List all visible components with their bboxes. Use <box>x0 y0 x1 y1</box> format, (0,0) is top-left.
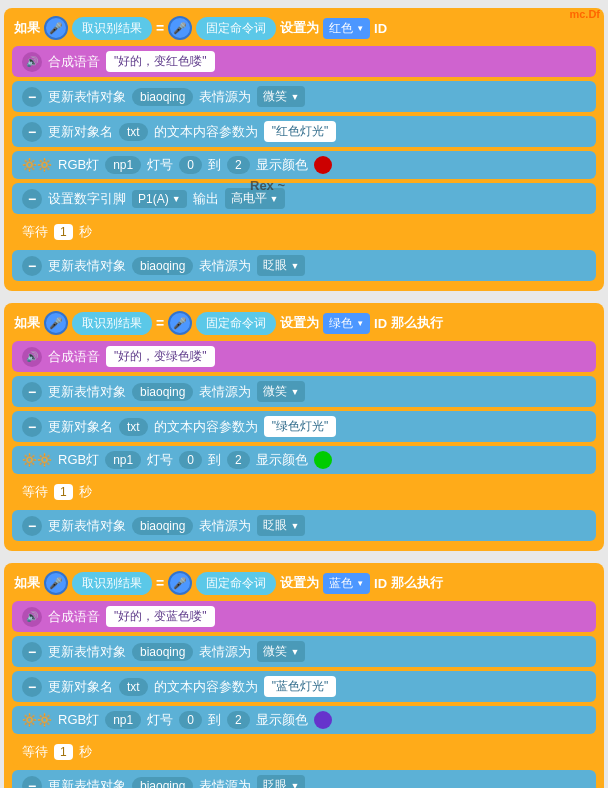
rgb-label3-red: 显示颜色 <box>256 156 308 174</box>
rgb-label2-green: 到 <box>208 451 221 469</box>
wait-suffix-green: 秒 <box>79 483 92 501</box>
emotion-value-blue-1: 微笑 <box>263 643 287 660</box>
if-header-red: 如果 🎤 取识别结果 = 🎤 固定命令词 设置为 红色 ▼ ID <box>8 12 600 44</box>
rgb-label1-green: 灯号 <box>147 451 173 469</box>
rgb-block-green: 🔆🔆 RGB灯 np1 灯号 0 到 2 显示颜色 <box>12 446 596 474</box>
rgb-label2-red: 到 <box>208 156 221 174</box>
rgb-label3-blue: 显示颜色 <box>256 711 308 729</box>
rgb-label1-blue: 灯号 <box>147 711 173 729</box>
var-pill-biaoqing-green-1: biaoqing <box>132 383 193 401</box>
emotion-dropdown-blue-1[interactable]: 微笑 ▼ <box>257 641 305 662</box>
emotion-dropdown-blue-2-arrow: ▼ <box>290 781 299 789</box>
color-dropdown-green[interactable]: 绿色 ▼ <box>323 313 370 334</box>
rgb-num1-blue: 0 <box>179 711 202 729</box>
update-mid-green-2: 的文本内容参数为 <box>154 418 258 436</box>
emotion-dropdown-blue-1-arrow: ▼ <box>290 647 299 657</box>
sound-block-blue: 🔊 合成语音 "好的，变蓝色喽" <box>12 601 596 632</box>
mic-button-red-left[interactable]: 🎤 <box>44 16 68 40</box>
emotion-value-green-2: 眨眼 <box>263 517 287 534</box>
update-text-red: − 更新对象名 txt 的文本内容参数为 "红色灯光" <box>12 116 596 147</box>
inner-blocks-green: 🔊 合成语音 "好的，变绿色喽" − 更新表情对象 biaoqing 表情源为 … <box>8 339 600 543</box>
minus-icon-green-3: − <box>22 516 42 536</box>
sound-content-blue: "好的，变蓝色喽" <box>106 606 215 627</box>
var-pill-biaoqing-green-2: biaoqing <box>132 517 193 535</box>
pin-dropdown-red[interactable]: P1(A) ▼ <box>132 190 187 208</box>
wait-num-green: 1 <box>54 484 73 500</box>
update-mid-blue-3: 表情源为 <box>199 777 251 789</box>
wait-prefix-red: 等待 <box>22 223 48 241</box>
rgb-icon-red: 🔆🔆 <box>22 158 52 172</box>
emotion-dropdown-green-1[interactable]: 微笑 ▼ <box>257 381 305 402</box>
var-pill-txt-red: txt <box>119 123 148 141</box>
mic-button-blue-right[interactable]: 🎤 <box>168 571 192 595</box>
update-expr-green-1: − 更新表情对象 biaoqing 表情源为 微笑 ▼ <box>12 376 596 407</box>
inner-blocks-blue: 🔊 合成语音 "好的，变蓝色喽" − 更新表情对象 biaoqing 表情源为 … <box>8 599 600 788</box>
set-label-green: 设置为 <box>280 314 319 332</box>
minus-icon-red-1: − <box>22 87 42 107</box>
rgb-block-red: 🔆🔆 RGB灯 np1 灯号 0 到 2 显示颜色 <box>12 151 596 179</box>
rgb-block-blue: 🔆🔆 RGB灯 np1 灯号 0 到 2 显示颜色 <box>12 706 596 734</box>
update-mid-blue-1: 表情源为 <box>199 643 251 661</box>
id-label-blue: ID <box>374 576 387 591</box>
sound-content-green: "好的，变绿色喽" <box>106 346 215 367</box>
color-dropdown-green-arrow: ▼ <box>356 319 364 328</box>
emotion-dropdown-green-1-arrow: ▼ <box>290 387 299 397</box>
update-mid-green-1: 表情源为 <box>199 383 251 401</box>
sound-label-green: 合成语音 <box>48 348 100 366</box>
var-pill-txt-blue: txt <box>119 678 148 696</box>
emotion-value-blue-2: 眨眼 <box>263 777 287 788</box>
id-label-green: ID <box>374 316 387 331</box>
update-expr-blue-2: − 更新表情对象 biaoqing 表情源为 眨眼 ▼ <box>12 770 596 788</box>
var-pill-biaoqing-blue-2: biaoqing <box>132 777 193 789</box>
emotion-dropdown-blue-2[interactable]: 眨眼 ▼ <box>257 775 305 788</box>
emotion-dropdown-red-1[interactable]: 微笑 ▼ <box>257 86 305 107</box>
update-prefix-blue-2: 更新对象名 <box>48 678 113 696</box>
minus-icon-blue-1: − <box>22 642 42 662</box>
var-pill-biaoqing-red-1: biaoqing <box>132 88 193 106</box>
update-mid-red-3: 表情源为 <box>199 257 251 275</box>
update-expr-red-1: − 更新表情对象 biaoqing 表情源为 微笑 ▼ <box>12 81 596 112</box>
rgb-label2-blue: 到 <box>208 711 221 729</box>
sound-icon-red: 🔊 <box>22 52 42 72</box>
update-mid-red-2: 的文本内容参数为 <box>154 123 258 141</box>
mic-button-blue-left[interactable]: 🎤 <box>44 571 68 595</box>
mic-button-green-right[interactable]: 🎤 <box>168 311 192 335</box>
if-block-blue: 如果 🎤 取识别结果 = 🎤 固定命令词 设置为 蓝色 ▼ ID 那么执行 🔊 … <box>4 563 604 788</box>
color-dot-red <box>314 156 332 174</box>
rgb-num1-green: 0 <box>179 451 202 469</box>
update-text-green: − 更新对象名 txt 的文本内容参数为 "绿色灯光" <box>12 411 596 442</box>
mic-button-green-left[interactable]: 🎤 <box>44 311 68 335</box>
if-label-blue: 如果 <box>14 574 40 592</box>
eq-label-red: = <box>156 20 164 36</box>
logo-area: mc.Df <box>569 8 600 20</box>
sound-block-green: 🔊 合成语音 "好的，变绿色喽" <box>12 341 596 372</box>
update-prefix-red-3: 更新表情对象 <box>48 257 126 275</box>
emotion-dropdown-red-1-arrow: ▼ <box>290 92 299 102</box>
wait-block-red: 等待 1 秒 <box>12 218 596 246</box>
update-expr-blue-1: − 更新表情对象 biaoqing 表情源为 微笑 ▼ <box>12 636 596 667</box>
sound-label-red: 合成语音 <box>48 53 100 71</box>
text-value-blue: "蓝色灯光" <box>264 676 337 697</box>
var-pill-biaoqing-red-2: biaoqing <box>132 257 193 275</box>
wait-prefix-blue: 等待 <box>22 743 48 761</box>
if-header-green: 如果 🎤 取识别结果 = 🎤 固定命令词 设置为 绿色 ▼ ID 那么执行 <box>8 307 600 339</box>
minus-icon-green-1: − <box>22 382 42 402</box>
then-label-green: 那么执行 <box>391 314 443 332</box>
var-pill-np1-green: np1 <box>105 451 141 469</box>
sound-icon-blue: 🔊 <box>22 607 42 627</box>
update-prefix-blue-1: 更新表情对象 <box>48 643 126 661</box>
update-mid-green-3: 表情源为 <box>199 517 251 535</box>
color-dropdown-blue[interactable]: 蓝色 ▼ <box>323 573 370 594</box>
rgb-label1-red: 灯号 <box>147 156 173 174</box>
wait-num-red: 1 <box>54 224 73 240</box>
wait-suffix-blue: 秒 <box>79 743 92 761</box>
inner-blocks-red: 🔊 合成语音 "好的，变红色喽" − 更新表情对象 biaoqing 表情源为 … <box>8 44 600 283</box>
update-prefix-green-2: 更新对象名 <box>48 418 113 436</box>
mic-button-red-right[interactable]: 🎤 <box>168 16 192 40</box>
emotion-dropdown-red-2[interactable]: 眨眼 ▼ <box>257 255 305 276</box>
emotion-dropdown-green-2[interactable]: 眨眼 ▼ <box>257 515 305 536</box>
emotion-dropdown-green-2-arrow: ▼ <box>290 521 299 531</box>
pin-value-red: P1(A) <box>138 192 169 206</box>
wait-block-blue: 等待 1 秒 <box>12 738 596 766</box>
color-dropdown-red[interactable]: 红色 ▼ <box>323 18 370 39</box>
